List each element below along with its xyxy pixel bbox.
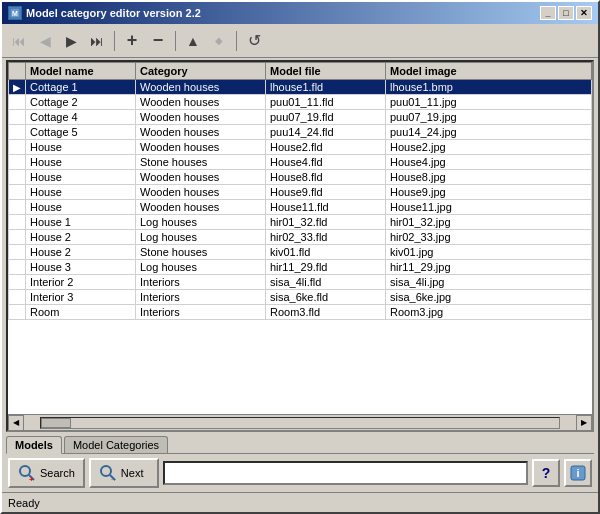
cell-model-name: House	[26, 140, 136, 155]
info-button[interactable]: i	[564, 459, 592, 487]
toolbar: ⏮ ◀ ▶ ⏭ + − ▲ ◆ ↺	[2, 24, 598, 58]
col-model-image[interactable]: Model image	[386, 63, 592, 80]
cell-model-file: puu07_19.fld	[266, 110, 386, 125]
table-row[interactable]: HouseStone housesHouse4.fldHouse4.jpg	[9, 155, 592, 170]
cell-model-file: lhouse1.fld	[266, 80, 386, 95]
cell-model-file: hir01_32.fld	[266, 215, 386, 230]
search-button-label: Search	[40, 467, 75, 479]
cell-model-file: House4.fld	[266, 155, 386, 170]
tab-models[interactable]: Models	[6, 436, 62, 454]
search-icon: +	[18, 464, 36, 482]
close-button[interactable]: ✕	[576, 6, 592, 20]
prev-button[interactable]: ◀	[34, 30, 56, 52]
minimize-button[interactable]: _	[540, 6, 556, 20]
cell-model-name: House 2	[26, 230, 136, 245]
horizontal-scrollbar[interactable]: ◀ ▶	[8, 414, 592, 430]
add-button[interactable]: +	[121, 30, 143, 52]
row-indicator	[9, 215, 26, 230]
search-button[interactable]: + Search	[8, 458, 85, 488]
table-row[interactable]: Interior 3Interiorssisa_6ke.fldsisa_6ke.…	[9, 290, 592, 305]
cell-category: Wooden houses	[136, 185, 266, 200]
last-button[interactable]: ⏭	[86, 30, 108, 52]
cell-model-name: House 1	[26, 215, 136, 230]
down-button[interactable]: ◆	[208, 30, 230, 52]
table-scroll-area[interactable]: Model name Category Model file Model ima…	[8, 62, 592, 414]
cell-model-image: puu01_11.jpg	[386, 95, 592, 110]
table-row[interactable]: House 3Log houseshir11_29.fldhir11_29.jp…	[9, 260, 592, 275]
hscroll-right-button[interactable]: ▶	[576, 415, 592, 431]
cell-category: Wooden houses	[136, 110, 266, 125]
cell-model-name: House	[26, 155, 136, 170]
row-indicator	[9, 290, 26, 305]
cell-model-file: House2.fld	[266, 140, 386, 155]
toolbar-separator-1	[114, 31, 115, 51]
cell-category: Log houses	[136, 215, 266, 230]
table-row[interactable]: House 1Log houseshir01_32.fldhir01_32.jp…	[9, 215, 592, 230]
status-text: Ready	[8, 497, 40, 509]
cell-model-file: sisa_4li.fld	[266, 275, 386, 290]
table-row[interactable]: HouseWooden housesHouse11.fldHouse11.jpg	[9, 200, 592, 215]
cell-model-name: House	[26, 185, 136, 200]
search-input[interactable]	[163, 461, 528, 485]
hscroll-left-button[interactable]: ◀	[8, 415, 24, 431]
cell-category: Wooden houses	[136, 80, 266, 95]
table-row[interactable]: ▶Cottage 1Wooden houseslhouse1.fldlhouse…	[9, 80, 592, 95]
col-category[interactable]: Category	[136, 63, 266, 80]
table-row[interactable]: RoomInteriorsRoom3.fldRoom3.jpg	[9, 305, 592, 320]
cell-category: Interiors	[136, 275, 266, 290]
cell-model-image: Room3.jpg	[386, 305, 592, 320]
cell-category: Wooden houses	[136, 170, 266, 185]
cell-model-file: Room3.fld	[266, 305, 386, 320]
row-indicator	[9, 245, 26, 260]
cell-model-name: Cottage 5	[26, 125, 136, 140]
help-button[interactable]: ?	[532, 459, 560, 487]
cell-category: Stone houses	[136, 245, 266, 260]
cell-model-name: Cottage 2	[26, 95, 136, 110]
data-table-container: Model name Category Model file Model ima…	[6, 60, 594, 432]
up-button[interactable]: ▲	[182, 30, 204, 52]
cell-model-file: sisa_6ke.fld	[266, 290, 386, 305]
cell-model-name: Interior 3	[26, 290, 136, 305]
cell-model-image: sisa_6ke.jpg	[386, 290, 592, 305]
toolbar-separator-2	[175, 31, 176, 51]
cell-model-name: Cottage 1	[26, 80, 136, 95]
table-row[interactable]: Interior 2Interiorssisa_4li.fldsisa_4li.…	[9, 275, 592, 290]
col-model-file[interactable]: Model file	[266, 63, 386, 80]
hscroll-thumb[interactable]	[41, 418, 71, 428]
cell-model-name: House	[26, 200, 136, 215]
table-row[interactable]: HouseWooden housesHouse8.fldHouse8.jpg	[9, 170, 592, 185]
cell-model-file: puu14_24.fld	[266, 125, 386, 140]
table-row[interactable]: HouseWooden housesHouse2.fldHouse2.jpg	[9, 140, 592, 155]
table-row[interactable]: HouseWooden housesHouse9.fldHouse9.jpg	[9, 185, 592, 200]
table-row[interactable]: Cottage 5Wooden housespuu14_24.fldpuu14_…	[9, 125, 592, 140]
cell-model-image: hir01_32.jpg	[386, 215, 592, 230]
table-row[interactable]: Cottage 2Wooden housespuu01_11.fldpuu01_…	[9, 95, 592, 110]
cell-category: Wooden houses	[136, 95, 266, 110]
play-button[interactable]: ▶	[60, 30, 82, 52]
refresh-button[interactable]: ↺	[243, 30, 265, 52]
next-button[interactable]: → Next	[89, 458, 159, 488]
cell-model-image: hir02_33.jpg	[386, 230, 592, 245]
cell-category: Interiors	[136, 290, 266, 305]
first-button[interactable]: ⏮	[8, 30, 30, 52]
hscroll-track[interactable]	[40, 417, 560, 429]
row-indicator	[9, 260, 26, 275]
cell-model-name: House 3	[26, 260, 136, 275]
row-indicator	[9, 140, 26, 155]
row-indicator	[9, 200, 26, 215]
cell-model-image: hir11_29.jpg	[386, 260, 592, 275]
cell-model-image: puu07_19.jpg	[386, 110, 592, 125]
delete-button[interactable]: −	[147, 30, 169, 52]
table-row[interactable]: Cottage 4Wooden housespuu07_19.fldpuu07_…	[9, 110, 592, 125]
table-row[interactable]: House 2Stone houseskiv01.fldkiv01.jpg	[9, 245, 592, 260]
cell-category: Log houses	[136, 230, 266, 245]
col-indicator	[9, 63, 26, 80]
maximize-button[interactable]: □	[558, 6, 574, 20]
table-row[interactable]: House 2Log houseshir02_33.fldhir02_33.jp…	[9, 230, 592, 245]
row-indicator	[9, 170, 26, 185]
cell-model-image: kiv01.jpg	[386, 245, 592, 260]
cell-category: Stone houses	[136, 155, 266, 170]
tab-model-categories[interactable]: Model Categories	[64, 436, 168, 453]
row-indicator: ▶	[9, 80, 26, 95]
col-model-name[interactable]: Model name	[26, 63, 136, 80]
